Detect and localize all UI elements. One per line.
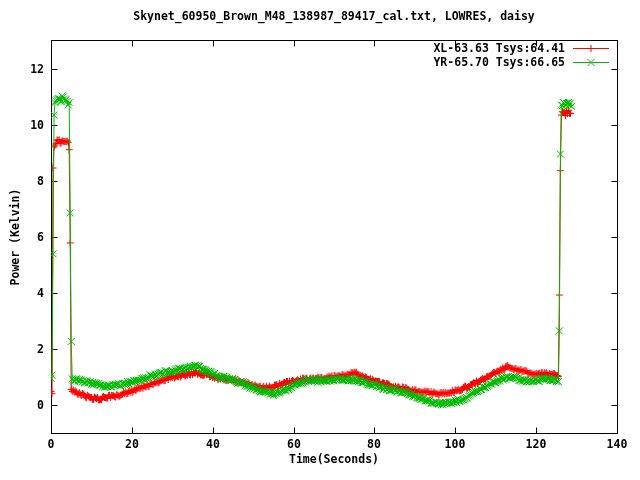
x-tick-label: 60 (287, 438, 301, 451)
legend-sample-cross-icon (572, 56, 610, 68)
y-tick-label: 4 (12, 287, 44, 300)
y-tick-label: 0 (12, 399, 44, 412)
chart-title: Skynet_60950_Brown_M48_138987_89417_cal.… (51, 10, 617, 23)
x-tick-label: 40 (206, 438, 220, 451)
x-tick-label: 120 (526, 438, 547, 451)
x-tick-label: 20 (125, 438, 139, 451)
legend-row-yr: YR-65.70 Tsys:66.65 (433, 55, 610, 69)
y-tick-label: 6 (12, 231, 44, 244)
x-tick-label: 140 (607, 438, 628, 451)
legend: XL-63.63 Tsys:64.41 YR-65.70 Tsys:66.65 (433, 41, 610, 69)
legend-label-yr: YR-65.70 Tsys:66.65 (433, 55, 565, 69)
legend-line-xl (572, 42, 610, 54)
legend-line-yr (572, 56, 610, 68)
x-tick-label: 100 (445, 438, 466, 451)
legend-row-xl: XL-63.63 Tsys:64.41 (433, 41, 610, 55)
legend-label-xl: XL-63.63 Tsys:64.41 (433, 41, 565, 55)
y-tick-label: 12 (12, 63, 44, 76)
gnuplot-window: Skynet_60950_Brown_M48_138987_89417_cal.… (0, 0, 640, 480)
legend-sample-plus-icon (572, 42, 610, 54)
x-tick-label: 80 (367, 438, 381, 451)
x-axis-label: Time(Seconds) (51, 453, 617, 466)
y-tick-label: 10 (12, 119, 44, 132)
y-tick-label: 8 (12, 175, 44, 188)
y-tick-label: 2 (12, 343, 44, 356)
x-tick-label: 0 (48, 438, 55, 451)
plot-canvas (0, 0, 640, 480)
